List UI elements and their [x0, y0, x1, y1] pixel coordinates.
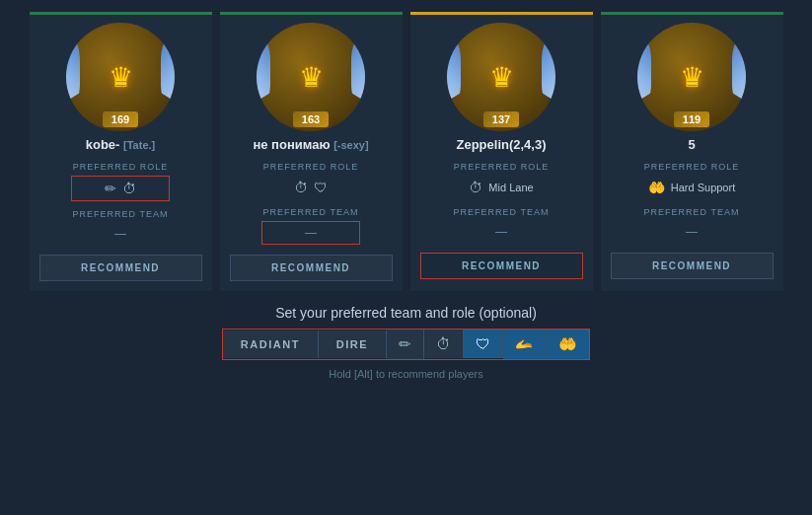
carry-icon: ✏	[105, 181, 116, 196]
player-card-4: ♛ 119 5 PREFERRED ROLE 🤲 Hard Support PR…	[601, 12, 783, 291]
avatar-4: ♛ 119	[637, 23, 746, 131]
preferred-role-box-2: ⏱ 🛡	[261, 176, 360, 199]
rank-badge-2: 163	[293, 111, 329, 127]
preferred-role-label-4: PREFERRED ROLE	[644, 162, 740, 172]
midlane-icon: ⏱	[469, 180, 482, 195]
preferred-role-box-1: ✏ ⏱	[71, 176, 170, 201]
preferred-role-section-2: PREFERRED ROLE ⏱ 🛡	[230, 162, 393, 207]
hint-text: Hold [Alt] to recommend players	[329, 368, 483, 380]
player-name-2: не понимаю [-sexy]	[253, 137, 368, 154]
avatar-1: ♛ 169	[66, 23, 175, 131]
support-icon-2: 🛡	[314, 180, 328, 195]
players-row: ♛ 169 kobe- [Tate.] PREFERRED ROLE ✏ ⏱ P…	[10, 12, 802, 291]
offlane-role-btn[interactable]: ⏱	[424, 330, 464, 358]
carry-role-btn[interactable]: ✏	[387, 330, 424, 359]
radiant-button[interactable]: RADIANT	[223, 331, 319, 358]
preferred-team-section-3: PREFERRED TEAM —	[420, 207, 583, 251]
avatar-2: ♛ 163	[257, 23, 365, 131]
preferred-team-section-1: PREFERRED TEAM —	[39, 209, 202, 253]
player-card-3: ♛ 137 Zeppelin(2,4,3) PREFERRED ROLE ⏱ M…	[410, 12, 593, 291]
dire-button[interactable]: DIRE	[319, 331, 387, 358]
hardsupport-icon: 🤲	[648, 180, 665, 195]
rank-badge-3: 137	[483, 111, 519, 127]
offlane-icon-2: ⏱	[294, 180, 308, 195]
player-card-1: ♛ 169 kobe- [Tate.] PREFERRED ROLE ✏ ⏱ P…	[30, 12, 212, 291]
preferred-role-box-3: ⏱ Mid Lane	[452, 176, 551, 199]
preferred-team-label-2: PREFERRED TEAM	[263, 207, 359, 217]
preferred-role-label-1: PREFERRED ROLE	[73, 162, 169, 172]
player-name-1: kobe- [Tate.]	[86, 137, 155, 154]
bottom-section: Set your preferred team and role (option…	[10, 305, 802, 380]
preferred-team-value-4: —	[642, 221, 741, 243]
preferred-team-label-3: PREFERRED TEAM	[454, 207, 550, 217]
preferred-team-label-4: PREFERRED TEAM	[644, 207, 740, 217]
rank-badge-1: 169	[103, 111, 138, 127]
preferred-team-label-1: PREFERRED TEAM	[73, 209, 169, 219]
support-role-btn[interactable]: 🛡	[464, 330, 503, 358]
preferred-role-box-4: 🤲 Hard Support	[642, 176, 741, 199]
preferred-team-value-3: —	[452, 221, 551, 243]
preferred-role-label-2: PREFERRED ROLE	[263, 162, 359, 172]
preferred-team-box-2: —	[261, 221, 360, 245]
preferred-role-label-3: PREFERRED ROLE	[454, 162, 550, 172]
recommend-btn-1[interactable]: RECOMMEND	[39, 255, 202, 281]
preferred-role-section-4: PREFERRED ROLE 🤲 Hard Support	[611, 162, 774, 207]
rank-badge-4: 119	[674, 111, 709, 127]
midlane-text: Mid Lane	[488, 182, 533, 193]
preferred-team-section-2: PREFERRED TEAM —	[230, 207, 393, 253]
preferred-role-section-3: PREFERRED ROLE ⏱ Mid Lane	[420, 162, 583, 207]
set-role-text: Set your preferred team and role (option…	[275, 305, 537, 321]
recommend-btn-4[interactable]: RECOMMEND	[611, 253, 774, 279]
player-card-2: ♛ 163 не понимаю [-sexy] PREFERRED ROLE …	[220, 12, 403, 291]
hardsupport-text: Hard Support	[671, 182, 735, 193]
player-name-3: Zeppelin(2,4,3)	[456, 137, 546, 154]
avatar-3: ♛ 137	[447, 23, 555, 131]
hardsupport-role-btn[interactable]: 🤲	[547, 330, 589, 359]
preferred-role-section-1: PREFERRED ROLE ✏ ⏱	[39, 162, 202, 209]
offlane-icon: ⏱	[122, 181, 136, 196]
recommend-btn-2[interactable]: RECOMMEND	[230, 255, 393, 281]
preferred-team-value-1: —	[71, 223, 170, 245]
softsupport-role-btn[interactable]: 🫴	[503, 330, 547, 359]
role-selector: RADIANT DIRE ✏ ⏱ 🛡 🫴 🤲	[222, 329, 590, 360]
preferred-team-section-4: PREFERRED TEAM —	[611, 207, 774, 251]
player-name-4: 5	[688, 137, 695, 154]
recommend-btn-3[interactable]: RECOMMEND	[420, 253, 583, 279]
